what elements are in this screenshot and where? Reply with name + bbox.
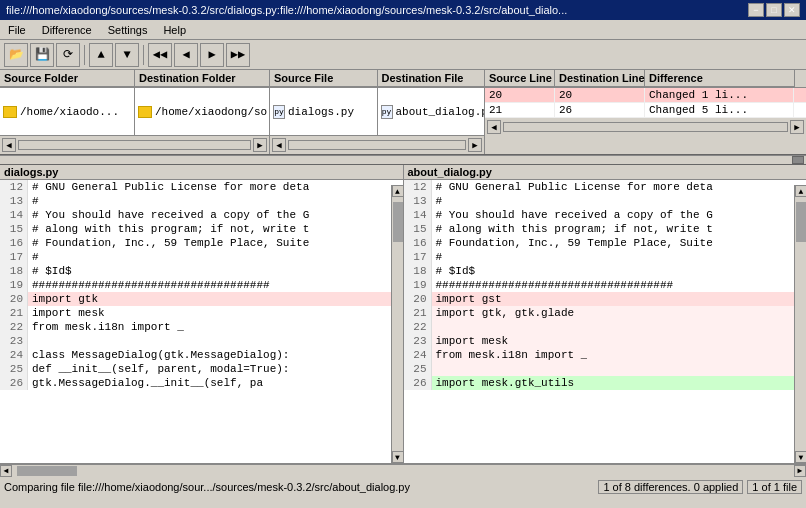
close-button[interactable]: ✕ (784, 3, 800, 17)
right-pane-title: about_dialog.py (404, 165, 807, 180)
diff-line: 23 (0, 334, 391, 348)
scroll-up-btn-r[interactable]: ▲ (795, 185, 806, 197)
right-diff-content: 12 # GNU General Public License for more… (404, 180, 807, 390)
folder-icon (3, 106, 17, 118)
menu-difference[interactable]: Difference (38, 23, 96, 37)
folder-icon-2 (138, 106, 152, 118)
diff-line: 17 # (0, 250, 391, 264)
titlebar: file:///home/xiaodong/sources/mesk-0.3.2… (0, 0, 806, 20)
left-pane-title: dialogs.py (0, 165, 403, 180)
diff-line-changed: 20 import gst (404, 292, 795, 306)
scrollbar-v-spacer (794, 70, 806, 87)
dest-line-2: 26 (555, 103, 645, 117)
diff-area: dialogs.py 12 # GNU General Public Licen… (0, 165, 806, 464)
diff-line: 22 from mesk.i18n import _ (0, 320, 391, 334)
panels-row: Source Folder Destination Folder /home/x… (0, 70, 806, 155)
up-button[interactable]: ▲ (89, 43, 113, 67)
left-diff-content: 12 # GNU General Public License for more… (0, 180, 403, 390)
h-scroll-track[interactable] (12, 465, 794, 477)
down-button[interactable]: ▼ (115, 43, 139, 67)
source-file-value: py dialogs.py (270, 88, 378, 135)
toolbar: 📂 💾 ⟳ ▲ ▼ ◀◀ ◀ ▶ ▶▶ (0, 40, 806, 70)
file-count-badge: 1 of 1 file (747, 480, 802, 494)
open-button[interactable]: 📂 (4, 43, 28, 67)
resize-bar[interactable] (0, 155, 806, 165)
folder-nav-right[interactable]: ▶ (253, 138, 267, 152)
file-nav: ◀ ▶ (270, 136, 484, 154)
dest-line-label: Destination Line (555, 70, 645, 87)
minimize-button[interactable]: − (748, 3, 764, 17)
resize-grip (792, 156, 804, 164)
toolbar-separator-1 (84, 45, 85, 65)
first-diff-button[interactable]: ◀◀ (148, 43, 172, 67)
diff-line: 18 # $Id$ (404, 264, 795, 278)
h-scroll-thumb[interactable] (17, 466, 77, 476)
last-diff-button[interactable]: ▶▶ (226, 43, 250, 67)
diff-line-changed-light: 25 (404, 362, 795, 376)
reload-button[interactable]: ⟳ (56, 43, 80, 67)
h-scroll-left[interactable]: ◀ (0, 465, 12, 477)
source-folder-value: /home/xiaodo... (0, 88, 135, 135)
next-diff-button[interactable]: ▶ (200, 43, 224, 67)
diff-desc-2: Changed 5 li... (645, 103, 794, 117)
menu-help[interactable]: Help (159, 23, 190, 37)
diff-line: 18 # $Id$ (0, 264, 391, 278)
line-nav-left[interactable]: ◀ (487, 120, 501, 134)
file-scrollbar[interactable] (288, 140, 466, 150)
folder-nav-left[interactable]: ◀ (2, 138, 16, 152)
right-pane: about_dialog.py 12 # GNU General Public … (404, 165, 807, 463)
scroll-thumb[interactable] (393, 202, 403, 242)
scroll-track-r[interactable] (795, 197, 806, 451)
diff-line: 13 # (0, 194, 391, 208)
right-scrollbar-v[interactable]: ▲ ▼ (794, 185, 806, 463)
diff-line: 19 #################################### (0, 278, 391, 292)
line-scrollbar[interactable] (503, 122, 788, 132)
dest-folder-value: /home/xiaodong/so (135, 88, 269, 135)
save-button[interactable]: 💾 (30, 43, 54, 67)
diff-line: 26 gtk.MessageDialog.__init__(self, pa (0, 376, 391, 390)
scroll-down-btn[interactable]: ▼ (392, 451, 404, 463)
file-section: Source File Destination File py dialogs.… (270, 70, 485, 154)
src-line-1: 20 (485, 88, 555, 102)
v-scroll-spacer (794, 88, 806, 102)
left-scrollbar-v[interactable]: ▲ ▼ (391, 185, 403, 463)
prev-diff-button[interactable]: ◀ (174, 43, 198, 67)
diff-count-badge: 1 of 8 differences. 0 applied (598, 480, 743, 494)
titlebar-title: file:///home/xiaodong/sources/mesk-0.3.2… (6, 4, 567, 16)
status-text: Comparing file file:///home/xiaodong/sou… (4, 481, 594, 493)
source-file-icon: py (273, 105, 285, 119)
toolbar-separator-2 (143, 45, 144, 65)
file-nav-right[interactable]: ▶ (468, 138, 482, 152)
diff-line-changed-light: 23 import mesk (404, 334, 795, 348)
line-nav-right[interactable]: ▶ (790, 120, 804, 134)
maximize-button[interactable]: □ (766, 3, 782, 17)
h-scroll-right[interactable]: ▶ (794, 465, 806, 477)
diff-desc-1: Changed 1 li... (645, 88, 794, 102)
diff-line: 24 class MessageDialog(gtk.MessageDialog… (0, 348, 391, 362)
dest-file-value: py about_dialog.py (378, 88, 485, 135)
folder-section: Source Folder Destination Folder /home/x… (0, 70, 270, 154)
folder-scrollbar[interactable] (18, 140, 251, 150)
diff-line: 21 import mesk (0, 306, 391, 320)
dest-file-label: Destination File (378, 70, 485, 87)
menu-file[interactable]: File (4, 23, 30, 37)
line-section: Source Line Destination Line Difference … (485, 70, 806, 154)
statusbar: Comparing file file:///home/xiaodong/sou… (0, 476, 806, 496)
scroll-track[interactable] (392, 197, 403, 451)
diff-line-added: 26 import mesk.gtk_utils (404, 376, 795, 390)
scroll-thumb-r[interactable] (796, 202, 806, 242)
horizontal-scrollbar[interactable]: ◀ ▶ (0, 464, 806, 476)
dest-folder-label: Destination Folder (135, 70, 269, 87)
source-line-label: Source Line (485, 70, 555, 87)
diff-line-changed-light: 24 from mesk.i18n import _ (404, 348, 795, 362)
scroll-down-btn-r[interactable]: ▼ (795, 451, 806, 463)
src-line-2: 21 (485, 103, 555, 117)
diff-line: 15 # along with this program; if not, wr… (404, 222, 795, 236)
file-nav-left[interactable]: ◀ (272, 138, 286, 152)
diff-line: 16 # Foundation, Inc., 59 Temple Place, … (0, 236, 391, 250)
left-pane: dialogs.py 12 # GNU General Public Licen… (0, 165, 404, 463)
v-scroll-spacer-2 (794, 103, 806, 117)
diff-line: 16 # Foundation, Inc., 59 Temple Place, … (404, 236, 795, 250)
scroll-up-btn[interactable]: ▲ (392, 185, 404, 197)
menu-settings[interactable]: Settings (104, 23, 152, 37)
